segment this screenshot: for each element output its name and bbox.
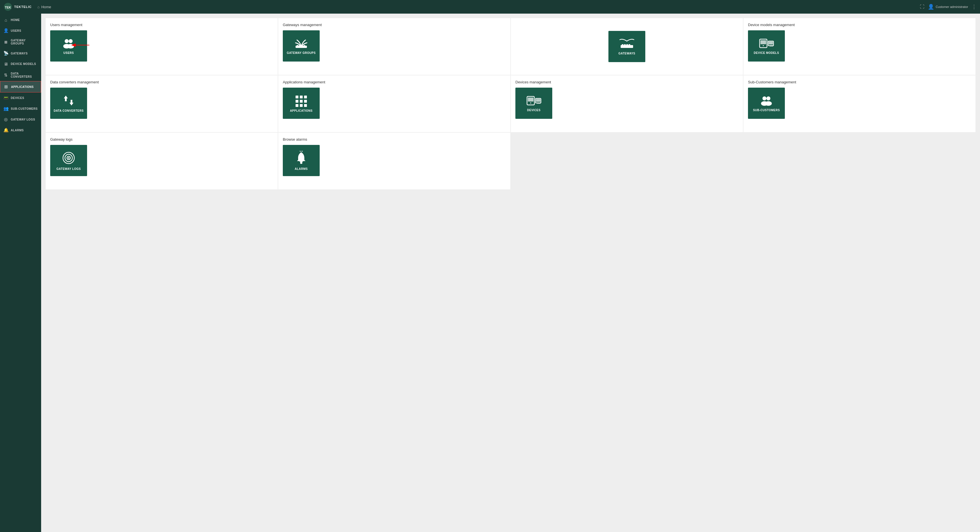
svg-rect-23 (770, 46, 773, 46)
card-data-converters-management[interactable]: Data converters management DATA CONVERTE… (46, 75, 278, 132)
home-sidebar-icon: ⌂ (3, 17, 8, 22)
svg-rect-12 (304, 45, 305, 46)
card-users-management[interactable]: Users management USERS (46, 18, 278, 75)
alarms-sidebar-icon: 🔔 (3, 128, 8, 133)
card-title-sub-customers: Sub-Customers management (748, 80, 796, 84)
tile-users[interactable]: USERS (50, 30, 87, 62)
devices-tile-icon (526, 95, 542, 106)
topbar: TEK TEKTELIC ⌂ Home ⛶ 👤 Customer adminis… (0, 0, 980, 14)
sidebar-item-applications[interactable]: ⊞ APPLICATIONS (0, 81, 41, 92)
svg-rect-39 (536, 99, 540, 102)
layout: ⌂ HOME 👤 USERS ▦ GATEWAY GROUPS 📡 GATEWA… (0, 14, 980, 532)
sidebar-item-users[interactable]: 👤 USERS (0, 25, 41, 36)
card-sub-customers-management[interactable]: Sub-Customers management SUB-CUSTOMERS (743, 75, 975, 132)
svg-point-41 (762, 97, 767, 100)
sub-customers-sidebar-icon: 👥 (3, 106, 8, 111)
tile-label-users: USERS (64, 51, 74, 54)
data-converters-sidebar-icon: ⇅ (3, 73, 8, 78)
svg-rect-34 (304, 104, 307, 107)
breadcrumb-home-label: Home (41, 5, 51, 9)
sidebar-item-home[interactable]: ⌂ HOME (0, 15, 41, 25)
card-browse-alarms[interactable]: Browse alarms ALARMS (278, 133, 510, 189)
svg-rect-29 (296, 100, 298, 103)
tile-label-sub-customers: SUB-CUSTOMERS (753, 109, 780, 112)
card-gateways-management[interactable]: Gateways management (278, 18, 510, 75)
more-icon[interactable]: ⋮ (972, 4, 977, 10)
card-gateway-logs[interactable]: Gateway logs GATEWAY LOGS (46, 133, 278, 189)
tile-applications[interactable]: APPLICATIONS (283, 87, 320, 119)
sidebar-label-alarms: ALARMS (11, 129, 24, 132)
sidebar-label-gateway-logs: GATEWAY LOGS (11, 118, 35, 121)
tile-sub-customers[interactable]: SUB-CUSTOMERS (748, 87, 785, 119)
cards-row-3: Gateway logs GATEWAY LOGS Browse alarms (46, 133, 975, 189)
svg-rect-22 (769, 42, 773, 44)
fullscreen-icon[interactable]: ⛶ (920, 4, 924, 10)
svg-marker-24 (64, 95, 68, 101)
card-title-browse-alarms: Browse alarms (283, 137, 307, 141)
card-empty-2 (743, 133, 975, 189)
svg-point-5 (68, 39, 73, 43)
svg-rect-19 (760, 40, 766, 44)
svg-rect-11 (301, 45, 303, 46)
sidebar-item-gateways[interactable]: 📡 GATEWAYS (0, 48, 41, 59)
card-devices-management[interactable]: Devices management DEVICES (511, 75, 743, 132)
cards-row-2: Data converters management DATA CONVERTE… (46, 75, 975, 132)
card-title-gateways-management: Gateways management (283, 23, 321, 27)
users-sidebar-icon: 👤 (3, 28, 8, 33)
svg-rect-26 (296, 95, 298, 98)
tile-devices[interactable]: DEVICES (515, 87, 552, 119)
card-title-data-converters: Data converters management (50, 80, 99, 84)
tile-alarms[interactable]: ALARMS (283, 145, 320, 176)
user-menu[interactable]: 👤 Customer administrator (928, 4, 968, 10)
card-gateways[interactable]: GATEWAYS (511, 18, 743, 75)
tile-label-gateway-groups: GATEWAY GROUPS (287, 51, 316, 54)
svg-rect-27 (300, 95, 303, 98)
sidebar-item-data-converters[interactable]: ⇅ DATA CONVERTERS (0, 69, 41, 81)
svg-point-44 (765, 101, 772, 106)
svg-point-48 (68, 157, 70, 159)
gateway-groups-tile-icon (293, 38, 310, 49)
svg-point-42 (767, 97, 770, 100)
logo[interactable]: TEK TEKTELIC (3, 2, 32, 11)
svg-rect-32 (296, 104, 298, 107)
svg-rect-17 (628, 44, 630, 45)
tile-label-gateways: GATEWAYS (618, 52, 635, 55)
tile-data-converters[interactable]: DATA CONVERTERS (50, 87, 87, 119)
svg-point-4 (65, 39, 68, 43)
svg-line-51 (300, 151, 301, 151)
svg-marker-25 (70, 100, 73, 105)
tile-gateway-groups[interactable]: GATEWAY GROUPS (283, 30, 320, 62)
tile-gateways[interactable]: GATEWAYS (608, 31, 645, 62)
data-converters-tile-icon (62, 94, 76, 107)
sidebar-label-devices: DEVICES (11, 97, 24, 100)
svg-point-37 (530, 102, 531, 103)
card-device-models-management[interactable]: Device models management DEVICE MODELS (743, 18, 975, 75)
sidebar-label-gateways: GATEWAYS (11, 52, 28, 55)
sidebar-label-users: USERS (11, 29, 21, 32)
tile-device-models[interactable]: DEVICE MODELS (748, 30, 785, 62)
svg-rect-30 (300, 100, 303, 103)
alarms-tile-icon (294, 151, 308, 165)
user-label: Customer administrator (936, 5, 968, 8)
breadcrumb: ⌂ Home (37, 5, 920, 9)
tile-label-devices: DEVICES (527, 109, 540, 112)
sidebar-item-sub-customers[interactable]: 👥 SUB-CUSTOMERS (0, 103, 41, 114)
sidebar-item-gateway-logs[interactable]: ◎ GATEWAY LOGS (0, 114, 41, 125)
sidebar-item-alarms[interactable]: 🔔 ALARMS (0, 125, 41, 135)
sidebar-item-gateway-groups[interactable]: ▦ GATEWAY GROUPS (0, 36, 41, 48)
sidebar-item-device-models[interactable]: 🖥 DEVICE MODELS (0, 59, 41, 69)
svg-rect-13 (620, 45, 633, 48)
sidebar-label-gateway-groups: GATEWAY GROUPS (11, 39, 38, 45)
sidebar-item-devices[interactable]: 📟 DEVICES (0, 92, 41, 103)
applications-sidebar-icon: ⊞ (4, 84, 9, 89)
svg-rect-33 (300, 104, 303, 107)
svg-point-7 (67, 44, 74, 49)
svg-rect-14 (622, 44, 624, 45)
gateways-sidebar-icon: 📡 (3, 51, 8, 56)
sidebar-label-home: HOME (11, 18, 20, 22)
card-title-gateway-logs: Gateway logs (50, 137, 73, 141)
svg-rect-28 (304, 95, 307, 98)
tile-gateway-logs[interactable]: GATEWAY LOGS (50, 145, 87, 176)
sidebar: ⌂ HOME 👤 USERS ▦ GATEWAY GROUPS 📡 GATEWA… (0, 14, 41, 532)
card-applications-management[interactable]: Applications management APPLI (278, 75, 510, 132)
